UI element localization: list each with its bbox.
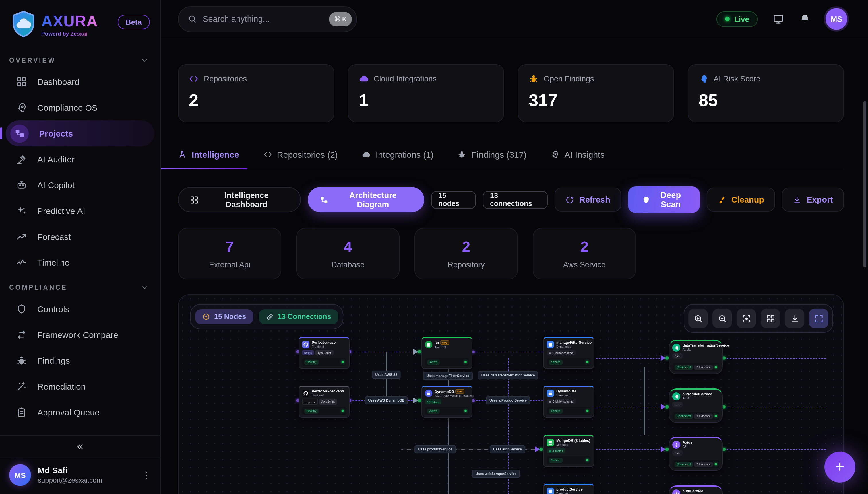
robot-icon: [16, 179, 27, 190]
header-avatar[interactable]: MS: [826, 8, 847, 30]
architecture-diagram-button[interactable]: Architecture Diagram: [308, 187, 424, 212]
fullscreen-button[interactable]: [809, 309, 828, 328]
stats-row: Repositories2Cloud Integrations1Open Fin…: [178, 64, 844, 122]
db-icon: [547, 390, 554, 397]
sidebar-item-predictive-ai[interactable]: Predictive AI: [0, 198, 160, 224]
node-perfect-ai-backend[interactable]: Perfect-ai-backendBackendexpressJavaScri…: [298, 385, 350, 418]
top-header: ⌘ K Live MS: [161, 0, 868, 38]
zoom-out-button[interactable]: [713, 309, 732, 328]
bell-icon[interactable]: [799, 13, 811, 25]
edge-line: [724, 449, 826, 450]
edge-label: Uses AWS DynamoDB: [365, 397, 408, 404]
db-icon: [547, 341, 554, 348]
node-aiproductservice[interactable]: aiProductServiceAI/ML0.95Connected3 Evid…: [669, 388, 723, 423]
section-label-compliance[interactable]: COMPLIANCE: [0, 276, 160, 296]
search-icon: [188, 14, 197, 23]
node-s3[interactable]: S3AWSAWS S3Active: [421, 337, 473, 369]
sidebar-item-findings[interactable]: Findings: [0, 348, 160, 374]
edge-label: Uses manageFilterService: [423, 372, 473, 380]
user-card[interactable]: MS Md Safi support@zesxai.com ⋮: [0, 457, 160, 494]
db-icon: [547, 439, 554, 446]
grid4-button[interactable]: [761, 309, 780, 328]
head-icon: [16, 102, 27, 113]
zoom-in-button[interactable]: [688, 309, 708, 328]
sidebar-item-projects[interactable]: Projects: [6, 120, 154, 146]
sidebar-item-dashboard[interactable]: Dashboard: [0, 69, 160, 95]
node-title: manageFilterService: [556, 340, 592, 344]
sidebar-item-remediation[interactable]: Remediation: [0, 374, 160, 399]
counter-value: 7: [226, 238, 234, 256]
node-axios[interactable]: AxiosAPI0.95Connected2 Evidence: [669, 437, 723, 471]
section-label-text: OVERVIEW: [9, 57, 56, 64]
edge-endpoint-dot: [665, 405, 669, 408]
node-status: 2 Evidence: [694, 461, 713, 467]
db-icon: [547, 488, 554, 494]
sidebar-item-label: Compliance OS: [37, 103, 97, 112]
sidebar-item-forecast[interactable]: Forecast: [0, 224, 160, 250]
tab-intelligence[interactable]: Intelligence: [178, 150, 239, 169]
content: Repositories2Cloud Integrations1Open Fin…: [161, 38, 868, 494]
node-tag: 0.95: [672, 402, 682, 407]
status-dot-icon: [464, 361, 467, 363]
search-input[interactable]: [203, 14, 323, 23]
edge-label: Uses AWS S3: [372, 370, 401, 379]
tab-integrations-1[interactable]: Integrations (1): [362, 150, 434, 169]
sidebar-item-controls[interactable]: Controls: [0, 296, 160, 322]
page-scrollbar[interactable]: [863, 101, 866, 267]
export-button[interactable]: Export: [782, 188, 844, 212]
node-dynamodb[interactable]: DynamoDBDynamodbClick for schemaSecure: [543, 385, 594, 418]
chev-down-icon: [141, 56, 149, 64]
chip-13-connections: 13 connections: [482, 191, 548, 209]
grid-icon: [16, 76, 27, 87]
sidebar-item-timeline[interactable]: Timeline: [0, 250, 160, 276]
status-dot-icon: [586, 361, 588, 363]
status-dot-icon: [586, 459, 588, 461]
stat-card-ai-risk-score: AI Risk Score85: [688, 64, 844, 122]
code-icon: [189, 74, 199, 84]
compare-icon: [16, 329, 27, 340]
sidebar-item-ai-copilot[interactable]: AI Copilot: [0, 172, 160, 198]
refresh-button[interactable]: Refresh: [555, 188, 621, 212]
deep-scan-button[interactable]: Deep Scan: [628, 187, 700, 213]
chip-15-nodes: 15 nodes: [431, 191, 476, 209]
counter-database: 4Database: [296, 228, 400, 280]
counter-label: External Api: [209, 261, 250, 269]
gavel-icon: [16, 154, 27, 165]
user-menu-icon[interactable]: ⋮: [142, 470, 151, 480]
node-title: DynamoDB: [556, 389, 576, 393]
section-label-overview[interactable]: OVERVIEW: [0, 48, 160, 69]
node-tag: 10 Tables: [425, 399, 442, 404]
focus-button[interactable]: [737, 309, 756, 328]
node-subtitle: Frontend: [312, 345, 337, 348]
sidebar-item-approval-queue[interactable]: Approval Queue: [0, 399, 160, 425]
sidebar: AXURA Powerd by Zesxai Beta OVERVIEWDash…: [0, 0, 161, 494]
sidebar-item-ai-auditor[interactable]: AI Auditor: [0, 146, 160, 172]
node-authservice[interactable]: authServiceAPI0.95: [669, 486, 723, 494]
cleanup-button[interactable]: Cleanup: [707, 188, 775, 212]
sidebar-collapse-button[interactable]: «: [0, 436, 160, 457]
counters-row: 7External Api4Database2Repository2Aws Se…: [178, 228, 844, 280]
node-perfect-ai-user[interactable]: Perfect-ai-userFrontendnextjsTypeScriptH…: [298, 337, 350, 369]
download-button[interactable]: [785, 309, 804, 328]
add-button[interactable]: +: [824, 452, 855, 482]
node-tag: Click for schema: [547, 350, 576, 355]
tab-ai-insights[interactable]: AI Insights: [551, 150, 605, 169]
sidebar-item-label: Controls: [37, 304, 70, 314]
github-icon: [302, 390, 310, 397]
tab-findings-317[interactable]: Findings (317): [458, 150, 527, 169]
sidebar-item-framework-compare[interactable]: Framework Compare: [0, 322, 160, 348]
monitor-icon[interactable]: [773, 13, 784, 25]
node-dynamodb[interactable]: DynamoDBAWSAWS DynamoDB (10 tables)10 Ta…: [421, 385, 473, 418]
search-bar[interactable]: ⌘ K: [178, 6, 357, 32]
node-productservice[interactable]: productServiceDynamodbClick for schemaSe…: [543, 484, 594, 494]
node-subtitle: Dynamodb: [556, 492, 583, 494]
connections-count-badge: 13 Connections: [259, 309, 338, 324]
node-datatransformationservice[interactable]: dataTransformationServiceAI/ML0.95Connec…: [669, 340, 723, 374]
node-managefilterservice[interactable]: manageFilterServiceDynamodbClick for sch…: [543, 337, 594, 369]
api-icon: [672, 441, 680, 449]
bug-icon: [16, 355, 27, 366]
tab-repositories-2[interactable]: Repositories (2): [263, 150, 338, 169]
intelligence-dashboard-button[interactable]: Intelligence Dashboard: [178, 187, 301, 212]
node-mongodb-3-tables[interactable]: MongoDB (3 tables)Mongodb3 TablesSecure: [543, 435, 594, 467]
sidebar-item-compliance-os[interactable]: Compliance OS: [0, 95, 160, 120]
